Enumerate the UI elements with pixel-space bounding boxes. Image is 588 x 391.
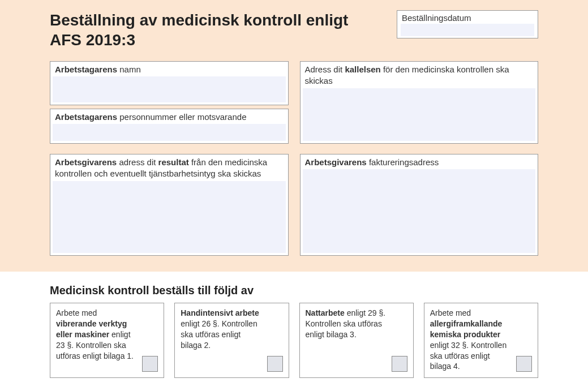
summons-address-box: Adress dit kallelsen för den medicinska … xyxy=(300,61,539,144)
checkbox-night-work[interactable] xyxy=(392,356,407,372)
employer-result-address-input[interactable] xyxy=(53,181,286,253)
card-hand-intensive: Handintensivt arbete enligt 26 §. Kontro… xyxy=(174,303,289,378)
checkbox-hand-intensive[interactable] xyxy=(267,356,283,372)
employee-pnr-input[interactable] xyxy=(53,124,286,141)
checkbox-allergenic-chemicals[interactable] xyxy=(516,356,532,372)
card-allergenic-chemicals: Arbete med allergiframkallande kemiska p… xyxy=(424,303,538,378)
card-text: Nattarbete enligt 29 §. Kontrollen ska u… xyxy=(306,308,407,340)
employee-name-input[interactable] xyxy=(53,76,286,102)
employer-result-address-box: Arbetsgivarens adress dit resultat från … xyxy=(50,154,289,256)
order-date-box: Beställningsdatum xyxy=(397,10,538,38)
employee-name-label: Arbetstagarens namn xyxy=(50,62,288,76)
card-text: Handintensivt arbete enligt 26 §. Kontro… xyxy=(181,308,282,351)
order-date-label: Beställningsdatum xyxy=(397,11,538,23)
card-text: Arbete med vibrerande verktyg eller mask… xyxy=(56,308,158,361)
page-title: Beställning av medicinsk kontroll enligt… xyxy=(50,10,378,50)
summons-address-label: Adress dit kallelsen för den medicinska … xyxy=(301,62,538,88)
employee-pnr-box: Arbetstagarens personnummer eller motsva… xyxy=(50,109,289,144)
section1-cards: Arbete med vibrerande verktyg eller mask… xyxy=(50,303,538,378)
summons-address-input[interactable] xyxy=(303,88,536,141)
employee-pnr-label: Arbetstagarens personnummer eller motsva… xyxy=(50,109,288,124)
order-date-input[interactable] xyxy=(401,24,534,36)
section1-heading: Medicinsk kontroll beställs till följd a… xyxy=(50,284,538,297)
employer-result-address-label: Arbetsgivarens adress dit resultat från … xyxy=(50,154,288,181)
employer-billing-address-label: Arbetsgivarens faktureringsadress xyxy=(301,154,538,169)
card-night-work: Nattarbete enligt 29 §. Kontrollen ska u… xyxy=(299,303,414,378)
employer-billing-address-box: Arbetsgivarens faktureringsadress xyxy=(300,154,539,256)
card-vibrating-tools: Arbete med vibrerande verktyg eller mask… xyxy=(50,303,164,378)
checkbox-vibrating-tools[interactable] xyxy=(142,356,158,372)
employee-name-box: Arbetstagarens namn xyxy=(50,61,289,105)
employer-billing-address-input[interactable] xyxy=(303,169,536,253)
